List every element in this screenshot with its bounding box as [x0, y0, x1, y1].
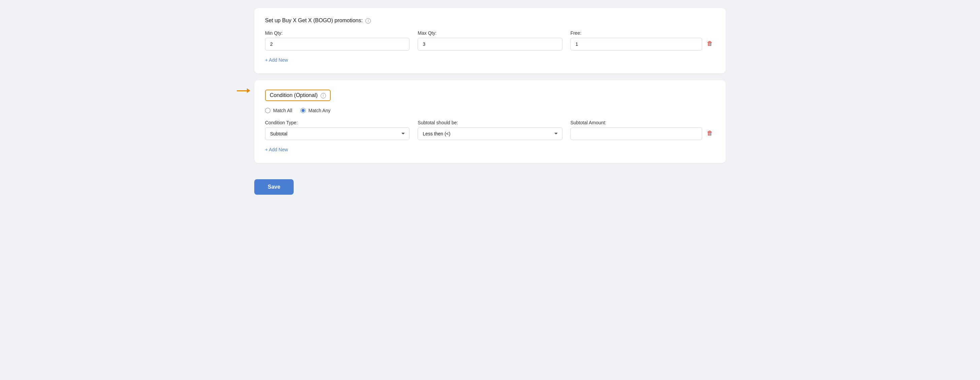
- arrow-head: [247, 88, 250, 93]
- condition-info-icon[interactable]: i: [321, 93, 326, 99]
- arrow-container: [237, 88, 250, 93]
- bogo-add-new-button[interactable]: + Add New: [265, 56, 288, 64]
- condition-card: Condition (Optional) i Match All Match A…: [254, 80, 726, 163]
- match-radio-group: Match All Match Any: [265, 108, 715, 113]
- free-field-inner: Free:: [571, 30, 702, 51]
- bogo-title-text: Set up Buy X Get X (BOGO) promotions:: [265, 17, 363, 23]
- match-any-text: Match Any: [309, 108, 330, 113]
- max-qty-label: Max Qty:: [418, 30, 562, 36]
- match-any-label[interactable]: Match Any: [301, 108, 330, 113]
- bogo-add-new-label: + Add New: [265, 57, 288, 63]
- save-button[interactable]: Save: [254, 179, 294, 195]
- free-qty-group: Free: 🗑: [571, 30, 715, 51]
- condition-trash-icon: 🗑: [707, 130, 713, 137]
- subtotal-should-be-group: Subtotal should be: Less then (<) Greate…: [418, 120, 562, 140]
- trash-icon: 🗑: [707, 40, 713, 47]
- condition-type-label: Condition Type:: [265, 120, 409, 125]
- bogo-title: Set up Buy X Get X (BOGO) promotions: i: [265, 17, 715, 24]
- condition-type-select[interactable]: Subtotal Product Category: [265, 127, 409, 140]
- max-qty-input[interactable]: [418, 38, 562, 51]
- condition-add-new-button[interactable]: + Add New: [265, 146, 288, 154]
- subtotal-should-be-label: Subtotal should be:: [418, 120, 562, 125]
- bogo-info-icon[interactable]: i: [365, 18, 371, 24]
- footer-actions: Save: [254, 178, 726, 195]
- bogo-card: Set up Buy X Get X (BOGO) promotions: i …: [254, 8, 726, 73]
- condition-type-group: Condition Type: Subtotal Product Categor…: [265, 120, 409, 140]
- condition-add-new-label: + Add New: [265, 147, 288, 152]
- page-container: Set up Buy X Get X (BOGO) promotions: i …: [254, 8, 726, 195]
- free-label: Free:: [571, 30, 702, 36]
- arrow-body: [237, 90, 247, 91]
- subtotal-amount-group: Subtotal Amount: 🗑: [571, 120, 715, 140]
- condition-title: Condition (Optional): [270, 92, 318, 98]
- free-input[interactable]: [571, 38, 702, 51]
- condition-with-arrow: Condition (Optional) i Match All Match A…: [254, 80, 726, 170]
- condition-card-wrapper: Condition (Optional) i Match All Match A…: [254, 80, 726, 170]
- bogo-delete-button[interactable]: 🗑: [705, 37, 715, 51]
- subtotal-amount-inner: Subtotal Amount:: [571, 120, 702, 140]
- match-all-radio[interactable]: [265, 108, 270, 113]
- min-qty-input[interactable]: [265, 38, 409, 51]
- condition-header-box: Condition (Optional) i: [265, 90, 331, 101]
- min-qty-label: Min Qty:: [265, 30, 409, 36]
- save-button-label: Save: [268, 184, 280, 190]
- condition-delete-button[interactable]: 🗑: [705, 126, 715, 140]
- subtotal-amount-input[interactable]: [571, 127, 702, 140]
- subtotal-should-be-select[interactable]: Less then (<) Greater then (>) Equal to …: [418, 127, 562, 140]
- max-qty-group: Max Qty:: [418, 30, 562, 51]
- match-all-text: Match All: [273, 108, 292, 113]
- subtotal-amount-label: Subtotal Amount:: [571, 120, 702, 125]
- match-all-label[interactable]: Match All: [265, 108, 292, 113]
- min-qty-group: Min Qty:: [265, 30, 409, 51]
- match-any-radio[interactable]: [301, 108, 306, 113]
- bogo-fields-row: Min Qty: Max Qty: Free: 🗑: [265, 30, 715, 51]
- condition-fields-row: Condition Type: Subtotal Product Categor…: [265, 120, 715, 140]
